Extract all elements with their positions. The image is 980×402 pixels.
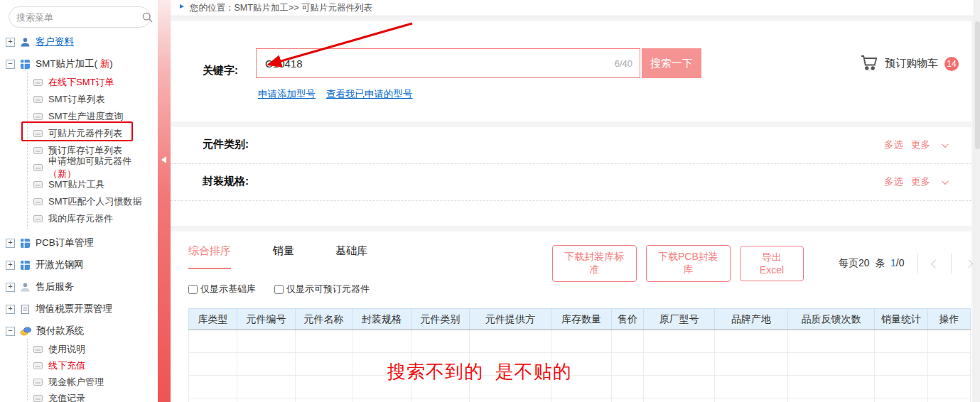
expand-minus-icon[interactable] (6, 327, 15, 336)
cart-icon (860, 54, 878, 73)
sidebar-item-label[interactable]: 售后服务 (36, 281, 74, 293)
only-base-library-checkbox[interactable]: 仅显示基础库 (188, 283, 256, 295)
expand-plus-icon[interactable] (6, 239, 15, 248)
sidebar-item-apply-add-component[interactable]: 申请增加可贴元器件 （新） (28, 159, 158, 176)
col-component-no: 元件编号 (237, 309, 296, 330)
download-pcb-package-button[interactable]: 下载PCB封装库 (646, 245, 731, 282)
sidebar-item-laser-stencil[interactable]: 开激光钢网 (0, 257, 158, 273)
breadcrumb: 您的位置：SMT贴片加工>> 可贴片元器件列表 (171, 0, 980, 16)
sidebar-item-smt-personal-habit-data[interactable]: SMT匹配个人习惯数据 (28, 193, 158, 210)
tab-base-library[interactable]: 基础库 (335, 244, 367, 268)
leaf-icon (33, 198, 43, 205)
keyword-input-box[interactable]: 6/40 (256, 48, 640, 78)
sidebar-group-after-sales: 售后服务 (0, 279, 158, 295)
only-reservable-checkbox[interactable]: 仅显示可预订元器件 (274, 283, 370, 295)
multi-select-link[interactable]: 多选 (884, 138, 903, 151)
table-row (189, 330, 971, 353)
checkbox[interactable] (274, 285, 284, 294)
sidebar-item-smt-processing[interactable]: SMT贴片加工( 新) (0, 56, 158, 72)
expand-minus-icon[interactable] (6, 60, 15, 69)
export-excel-button[interactable]: 导出 Excel (740, 246, 804, 281)
new-badge: （新） (48, 168, 76, 179)
search-panel: 关键字: 6/40 搜索一下 申请添加型号 查看我已申请的型号 预订购物车 14 (171, 21, 971, 121)
scrollbar-thumb[interactable] (975, 21, 980, 149)
sidebar-item-offline-smt-order[interactable]: 在线下SMT订单 (28, 74, 158, 91)
leaf-icon (33, 362, 43, 369)
grid-icon (20, 260, 31, 271)
sidebar-item-pcb-order-management[interactable]: PCB订单管理 (0, 235, 158, 251)
col-brand-origin: 品牌产地 (715, 309, 788, 330)
prev-page-icon[interactable] (931, 259, 939, 268)
sidebar-item-label[interactable]: 客户资料 (36, 36, 74, 48)
sidebar-item-smt-order-list[interactable]: SMT订单列表 (28, 91, 158, 108)
sidebar-item-offline-recharge[interactable]: 线下充值 (28, 357, 158, 374)
chevron-down-icon[interactable] (942, 178, 949, 185)
keyword-input[interactable] (257, 58, 615, 70)
breadcrumb-flag-icon (179, 3, 185, 13)
sidebar-item-smd-component-list[interactable]: 可贴片元器件列表 (28, 125, 158, 142)
chevron-down-icon[interactable] (942, 141, 949, 148)
breadcrumb-text: 您的位置：SMT贴片加工>> 可贴片元器件列表 (190, 2, 372, 14)
view-applied-models-link[interactable]: 查看我已申请的型号 (326, 88, 413, 101)
new-badge: 新 (97, 58, 109, 69)
sidebar-item-label[interactable]: 开激光钢网 (36, 259, 84, 271)
col-component-provider: 元件提供方 (470, 309, 551, 330)
cart-count-badge: 14 (944, 57, 959, 71)
sidebar-prepayment-children: 使用说明 线下充值 现金帐户管理 充值记录 交易明细 (27, 339, 158, 402)
sidebar-item-label[interactable]: SMT贴片加工( 新) (36, 58, 113, 70)
more-link[interactable]: 更多 (911, 138, 930, 151)
sidebar-search-box[interactable] (9, 6, 151, 28)
sidebar-item-customer-info[interactable]: 客户资料 (0, 34, 158, 50)
sidebar-item-smt-progress-query[interactable]: SMT生产进度查询 (28, 108, 158, 125)
download-package-standard-button[interactable]: 下载封装库标准 (552, 245, 637, 282)
expand-plus-icon[interactable] (6, 283, 15, 292)
leaf-icon (33, 147, 43, 154)
components-table: 库类型 元件编号 元件名称 封装规格 元件类别 元件提供方 库存数量 售价 原厂… (188, 308, 971, 402)
sidebar-search-input[interactable] (16, 12, 141, 23)
next-page-icon[interactable] (964, 259, 973, 268)
leaf-icon (33, 113, 43, 120)
filter-panel: 元件类别: 多选 更多 封装规格: 多选 更多 (171, 127, 971, 226)
sidebar-group-pcb-orders: PCB订单管理 (0, 235, 158, 251)
sidebar-collapse-strip[interactable] (158, 0, 171, 402)
sidebar-item-label[interactable]: 增值税票开票管理 (36, 303, 112, 315)
sidebar-item-after-sales[interactable]: 售后服务 (0, 279, 158, 295)
sidebar-item-usage-guide[interactable]: 使用说明 (28, 341, 158, 357)
leaf-icon (33, 164, 43, 171)
main-content: 您的位置：SMT贴片加工>> 可贴片元器件列表 关键字: 6/40 搜索一下 申… (171, 0, 980, 402)
sidebar-item-my-stock-components[interactable]: 我的库存元器件 (28, 210, 158, 227)
vertical-scrollbar[interactable] (974, 0, 980, 402)
sidebar-group-vat-invoice: 增值税票开票管理 (0, 301, 158, 317)
sidebar-group-customer-info: 客户资料 (0, 34, 158, 50)
collapse-left-icon[interactable] (161, 156, 166, 163)
sidebar-item-label[interactable]: 预付款系统 (36, 325, 85, 337)
sidebar-item-label[interactable]: PCB订单管理 (36, 237, 94, 249)
expand-plus-icon[interactable] (6, 38, 15, 47)
keyword-label: 关键字: (203, 64, 238, 77)
results-panel: 综合排序 销量 基础库 下载封装库标准 下载PCB封装库 导出 Excel 每页… (171, 232, 971, 402)
sort-tabs: 综合排序 销量 基础库 下载封装库标准 下载PCB封装库 导出 Excel 每页… (171, 232, 971, 268)
sidebar-item-prepayment-system[interactable]: 预付款系统 (0, 323, 158, 339)
cart-label: 预订购物车 (885, 57, 938, 70)
col-quality-feedback: 品质反馈次数 (788, 309, 875, 330)
expand-plus-icon[interactable] (6, 305, 15, 314)
leaf-icon (33, 130, 43, 137)
more-link[interactable]: 更多 (911, 175, 930, 188)
apply-add-model-link[interactable]: 申请添加型号 (258, 88, 316, 101)
filter-row-package-spec: 封装规格: 多选 更多 (171, 164, 971, 201)
divider (951, 254, 952, 273)
leaf-icon (33, 79, 43, 86)
sidebar-item-cash-account[interactable]: 现金帐户管理 (28, 374, 158, 390)
checkbox[interactable] (188, 285, 198, 294)
multi-select-link[interactable]: 多选 (884, 175, 903, 188)
search-icon[interactable] (141, 11, 154, 23)
tab-comprehensive-sort[interactable]: 综合排序 (188, 244, 231, 269)
search-button[interactable]: 搜索一下 (642, 48, 701, 78)
col-actions: 操作 (928, 309, 971, 330)
reserve-cart-button[interactable]: 预订购物车 14 (860, 54, 959, 73)
tab-sales-volume[interactable]: 销量 (273, 244, 294, 268)
sidebar-item-recharge-records[interactable]: 充值记录 (28, 390, 158, 402)
expand-plus-icon[interactable] (6, 261, 15, 270)
col-sales-stats: 销量统计 (875, 309, 928, 330)
sidebar-item-vat-invoice-management[interactable]: 增值税票开票管理 (0, 301, 158, 317)
